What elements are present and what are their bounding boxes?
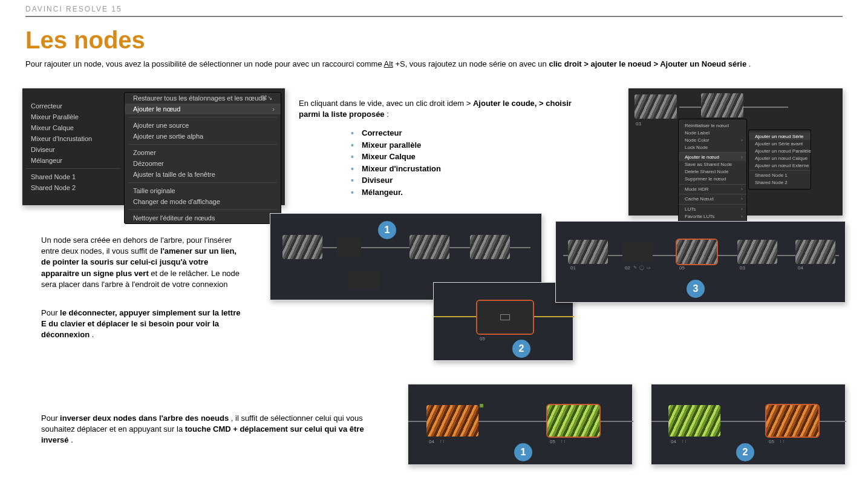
list-item: Correcteur: [353, 127, 595, 139]
ctx1-add-node[interactable]: Ajouter le nœud: [125, 104, 281, 114]
ctx2-thumb-right: [701, 93, 743, 117]
context-menu-left: Correcteur Mixeur Parallèle Mixeur Calqu…: [22, 88, 286, 206]
ctx1-zoom-in[interactable]: Zoomer: [125, 147, 281, 158]
list-item: Mixeur d'incrustation: [353, 163, 595, 175]
para1-a: En cliquant dans le vide, avec un clic d…: [299, 99, 473, 108]
ctx2-submenu-item[interactable]: Shared Node 2: [749, 179, 811, 186]
np3-icons: ✎ ◯ ▭: [633, 265, 651, 270]
np3-label: 04: [798, 265, 803, 271]
ctx2-menu-item[interactable]: Ajouter le nœud: [679, 152, 746, 161]
np5-node-05[interactable]: [766, 405, 818, 437]
ctx2-menu-item[interactable]: Favorite LUTs: [679, 213, 746, 220]
para4-b: inverser deux nodes dans l'arbre des noe…: [60, 414, 229, 423]
np3-node-05[interactable]: [677, 240, 717, 264]
np1-node[interactable]: [337, 238, 361, 256]
list-item: Mixeur Calque: [353, 151, 595, 163]
ctx1-right-column: Restaurer tous les étalonnages et les nœ…: [124, 92, 281, 224]
np1-loose-node[interactable]: [349, 271, 379, 289]
ctx2-menu-item[interactable]: Cache Nœud: [679, 194, 746, 203]
list-item: Diviseur: [353, 174, 595, 186]
np3-label: 01: [570, 265, 576, 271]
ctx2-menu-item[interactable]: Réinitialiser le nœud: [679, 122, 746, 129]
ctx1-add-alpha[interactable]: Ajouter une sortie alpha: [125, 131, 281, 142]
np5-node-04[interactable]: [668, 405, 720, 437]
np5-icons: ⫶⫶: [780, 439, 786, 443]
np3-label: 05: [679, 265, 685, 271]
ctx2-menu-item[interactable]: Node Color: [679, 136, 746, 143]
para3-b: le déconnecter, appuyer simplement sur l…: [41, 308, 240, 339]
para4-e: .: [71, 435, 73, 444]
ctx2-menu-item[interactable]: Mode HDR: [679, 184, 746, 193]
np3-node[interactable]: [568, 240, 608, 264]
np4-dot-icon: [480, 404, 483, 407]
intro-paragraph: Pour rajouter un node, vous avez la poss…: [25, 59, 843, 70]
intro-alt-key: Alt: [384, 59, 393, 68]
paragraph-insert-node: Un node sera créée en dehors de l'arbre,…: [41, 235, 247, 290]
ctx2-submenu-item[interactable]: Ajouter un nœud Calque: [749, 154, 811, 162]
ctx2-menu-secondary: Ajouter un nœud SérieAjouter un Série av…: [748, 130, 811, 190]
ctx2-menu-item[interactable]: LUTs: [679, 204, 746, 213]
doc-header: DAVINCI RESOLVE 15: [0, 0, 868, 16]
ctx1-add-node-label: Ajouter le nœud: [133, 105, 180, 113]
ctx1-left-item[interactable]: Correcteur: [22, 101, 124, 111]
ctx2-menu-item[interactable]: Save as Shared Node: [679, 161, 746, 168]
badge-4: 1: [514, 443, 532, 461]
ctx2-submenu-item[interactable]: Ajouter un nœud Parallèle: [749, 147, 811, 154]
ctx1-restore-label: Restaurer tous les étalonnages et les nœ…: [133, 94, 266, 102]
ctx1-fit[interactable]: Ajuster la taille de la fenêtre: [125, 169, 281, 180]
ctx1-restore-shortcut: ⌘↘: [261, 94, 272, 101]
np1-node[interactable]: [410, 235, 449, 259]
ctx2-menu-item[interactable]: Lock Node: [679, 143, 746, 151]
ctx2-submenu-item[interactable]: Ajouter un nœud Série: [749, 133, 811, 140]
paragraph-swap-nodes: Pour inverser deux nodes dans l'arbre de…: [41, 413, 380, 446]
ctx1-display-mode[interactable]: Changer de mode d'affichage: [125, 196, 281, 207]
ctx1-restore[interactable]: Restaurer tous les étalonnages et les nœ…: [125, 93, 281, 104]
ctx2-submenu-item[interactable]: Ajouter un nœud Externe: [749, 162, 811, 169]
para1-c: :: [387, 110, 389, 119]
np2-node-label: 05: [480, 336, 485, 341]
ctx2-submenu-item[interactable]: Shared Node 1: [749, 170, 811, 179]
ctx1-left-item[interactable]: Mélangeur: [22, 155, 124, 166]
np1-node[interactable]: [470, 235, 510, 259]
np3-node[interactable]: [795, 240, 835, 264]
badge-2: 2: [512, 340, 530, 358]
ctx2-submenu-item[interactable]: Ajouter un Série avant: [749, 140, 811, 147]
ctx2-menu-item[interactable]: Node Label: [679, 129, 746, 136]
np5-label: 05: [769, 439, 774, 444]
intro-bold: clic droit > ajouter le noeud > Ajouter …: [549, 59, 746, 68]
np2-node-05[interactable]: [477, 301, 533, 334]
ctx1-add-source[interactable]: Ajouter une source: [125, 120, 281, 131]
np1-node[interactable]: [282, 235, 322, 259]
para3-a: Pour: [41, 308, 60, 317]
ctx1-clean[interactable]: Nettoyer l'éditeur de nœuds: [125, 213, 281, 223]
ctx1-left-item[interactable]: Mixeur Calque: [22, 122, 124, 133]
ctx1-left-column: Correcteur Mixeur Parallèle Mixeur Calqu…: [22, 88, 124, 205]
ctx1-original-size[interactable]: Taille originale: [125, 185, 281, 196]
np3-label: 03: [740, 265, 745, 271]
ctx1-zoom-out[interactable]: Dézoomer: [125, 158, 281, 169]
node-panel-4: 04 ⫶⫶ 05 ⫶⫶ 1: [408, 384, 633, 465]
ctx2-label-03: 03: [636, 121, 641, 127]
np3-node[interactable]: [622, 243, 653, 262]
ctx2-menu-item[interactable]: Supprimer le nœud: [679, 176, 746, 183]
badge-3: 3: [687, 280, 705, 298]
ctx1-left-item[interactable]: Diviseur: [22, 144, 124, 155]
page-title: Les nodes: [25, 27, 843, 54]
np4-node-04[interactable]: [426, 405, 478, 437]
node-panel-2: 05 2: [433, 282, 573, 361]
para4-a: Pour: [41, 414, 60, 423]
ctx1-left-item[interactable]: Mixeur d'Incrustation: [22, 133, 124, 144]
ctx1-left-item[interactable]: Shared Node 1: [22, 171, 124, 182]
np4-node-05[interactable]: [547, 405, 599, 437]
np3-node[interactable]: [737, 240, 777, 264]
ctx2-menu-item[interactable]: Delete Shared Node: [679, 168, 746, 176]
list-item: Mixeur parallèle: [353, 139, 595, 151]
np4-label: 04: [429, 439, 434, 444]
para3-c: .: [92, 330, 94, 339]
np4-icons: ⫶⫶: [561, 439, 567, 443]
ctx1-left-item[interactable]: Mixeur Parallèle: [22, 111, 124, 122]
node-panel-5: 04 ⫶⫶ 05 ⫶⫶ 2: [651, 384, 846, 465]
intro-text-b: +S, vous rajoutez un node série on avec …: [395, 59, 549, 68]
np5-label: 04: [671, 439, 676, 444]
ctx1-left-item[interactable]: Shared Node 2: [22, 182, 124, 193]
